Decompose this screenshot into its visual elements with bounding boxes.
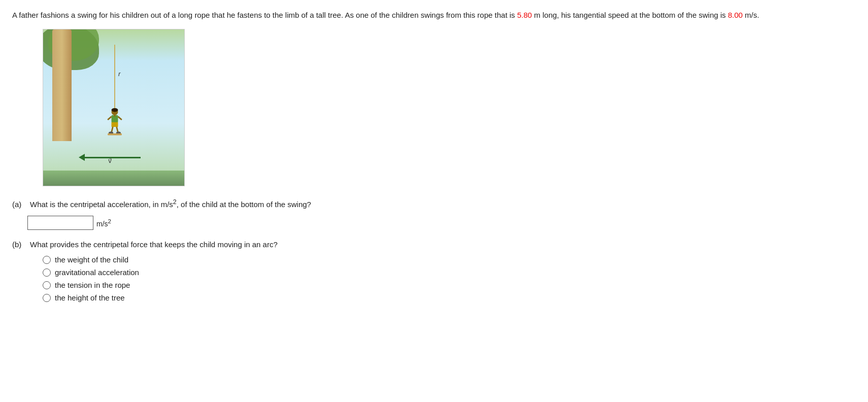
problem-statement: A father fashions a swing for his childr… <box>12 9 850 21</box>
vel-symbol: v⃗ <box>108 157 112 164</box>
child-figure <box>103 108 126 139</box>
rope-label: r <box>118 70 120 78</box>
radio-weight-child[interactable] <box>43 256 51 264</box>
part-a-answer-row: m/s2 <box>27 216 856 230</box>
child-svg <box>103 108 126 139</box>
arrow-shaft <box>85 157 141 158</box>
part-b-question-text: What provides the centripetal force that… <box>30 240 278 249</box>
child-arm-left <box>108 117 111 120</box>
option-gravitational-accel[interactable]: gravitational acceleration <box>43 268 856 277</box>
part-b-section: (b) What provides the centripetal force … <box>12 239 856 303</box>
radio-gravitational-accel[interactable] <box>43 269 51 277</box>
problem-text-after: m/s. <box>743 11 759 19</box>
problem-text-before: A father fashions a swing for his childr… <box>12 11 517 19</box>
arrow-head-left <box>79 154 85 161</box>
option-tension-rope-label: the tension in the rope <box>55 281 130 289</box>
radio-group-b: the weight of the child gravitational ac… <box>43 255 856 302</box>
sup-2: 2 <box>173 198 177 206</box>
part-a-question-line: (a) What is the centripetal acceleration… <box>12 197 856 211</box>
part-a-label: (a) <box>12 200 21 209</box>
child-arm-right <box>118 117 121 120</box>
unit-label-a: m/s2 <box>96 218 111 228</box>
option-gravitational-accel-label: gravitational acceleration <box>55 268 139 277</box>
part-a-section: (a) What is the centripetal acceleration… <box>12 197 856 230</box>
child-shorts <box>112 122 118 127</box>
part-b-label: (b) <box>12 240 21 249</box>
swing-board <box>108 133 122 136</box>
unit-sup: 2 <box>108 218 111 224</box>
swing-illustration: r v <box>43 29 185 186</box>
radio-tension-rope[interactable] <box>43 281 51 289</box>
option-tension-rope[interactable]: the tension in the rope <box>43 281 856 289</box>
option-weight-child[interactable]: the weight of the child <box>43 255 856 264</box>
part-a-question-text: What is the centripetal acceleration, in… <box>30 200 311 209</box>
velocity-label: v⃗ <box>108 157 112 164</box>
child-hair <box>112 108 118 112</box>
option-weight-child-label: the weight of the child <box>55 255 128 264</box>
option-height-tree-label: the height of the tree <box>55 293 125 302</box>
problem-text-middle: m long, his tangential speed at the bott… <box>532 11 728 19</box>
ground <box>43 171 184 186</box>
swing-rope <box>114 45 115 111</box>
rope-length-value: 5.80 <box>517 11 532 19</box>
radio-height-tree[interactable] <box>43 294 51 302</box>
speed-value: 8.00 <box>728 11 743 19</box>
option-height-tree[interactable]: the height of the tree <box>43 293 856 302</box>
part-b-question-line: (b) What provides the centripetal force … <box>12 239 856 251</box>
centripetal-acceleration-input[interactable] <box>27 216 93 230</box>
tree-trunk <box>52 29 72 141</box>
child-hands <box>114 115 116 117</box>
